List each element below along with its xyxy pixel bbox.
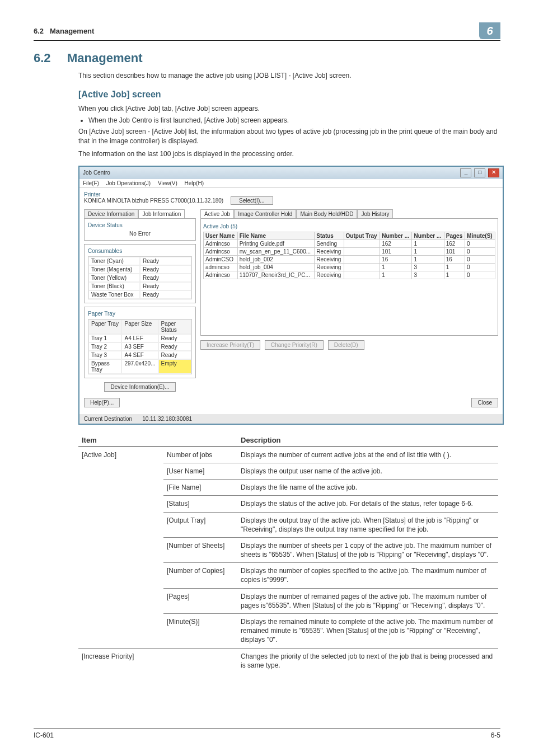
desc-sub: [Minute(S)] (163, 614, 237, 649)
job-cell (344, 271, 380, 279)
paragraph: The information on the last 100 jobs is … (78, 149, 500, 159)
desc-row: [Increase Priority]Changes the priority … (78, 648, 498, 673)
job-cell (344, 240, 380, 247)
tray-cell: A3 SEF (121, 342, 158, 351)
job-cell: 101 (444, 247, 465, 255)
minimize-icon[interactable]: _ (460, 168, 471, 177)
menu-help[interactable]: Help(H) (185, 180, 204, 186)
consumable-cell: Toner (Cyan) (88, 257, 140, 265)
close-icon[interactable]: ✕ (488, 168, 499, 177)
intro-text: This section describes how to manage the… (34, 71, 500, 81)
active-job-count: Active Job (5) (203, 223, 495, 229)
printer-label: Printer (84, 191, 498, 198)
heading-2: [Active Job] screen (34, 90, 500, 100)
menu-bar: File(F) Job Operations(J) View(V) Help(H… (79, 179, 503, 188)
job-cell: admincso (204, 263, 238, 271)
footer-right: 6-5 (491, 731, 500, 739)
desc-text: Displays the number of current active jo… (237, 447, 498, 463)
paragraph: On [Active Job] screen - [Active Job] li… (78, 127, 500, 146)
bullet: When the Job Centro is first launched, [… (88, 116, 500, 125)
consumable-cell: Ready (140, 257, 191, 265)
paper-tray-title: Paper Tray (88, 311, 192, 317)
menu-job-ops[interactable]: Job Operations(J) (106, 180, 151, 186)
tab-ic-hold[interactable]: Image Controller Hold (234, 209, 296, 218)
desc-sub: [Number of Sheets] (163, 537, 237, 562)
maximize-icon[interactable]: □ (474, 168, 485, 177)
desc-text: Displays the output tray of the active j… (237, 512, 498, 537)
desc-sub: Number of jobs (163, 447, 237, 463)
job-cell: 110707_Renoir3rd_IC_PC... (237, 271, 315, 279)
table-row[interactable]: AdmincsoPrinting Guide.pdfSending1621162… (204, 240, 495, 247)
dtable-head-item: Item (78, 434, 237, 447)
desc-sub: [Pages] (163, 588, 237, 613)
job-cell (344, 255, 380, 263)
tray-cell: 297.0x420... (121, 359, 158, 374)
status-dest-label: Current Destination (84, 416, 132, 422)
job-cell: 1 (380, 263, 412, 271)
desc-item: [Active Job] (78, 447, 163, 648)
job-cell: 3 (412, 263, 444, 271)
table-row[interactable]: Admincsonw_scan_en_pe_11_C600...Receivin… (204, 247, 495, 255)
desc-item: [Increase Priority] (78, 648, 237, 673)
job-cell: 0 (465, 247, 495, 255)
printer-line: KONICA MINOLTA bizhub PRESS C7000(10.11.… (84, 198, 223, 204)
job-cell: 1 (412, 255, 444, 263)
tray-head: Paper Size (121, 320, 158, 334)
tray-cell: Empty (158, 359, 191, 374)
table-row[interactable]: Admincso110707_Renoir3rd_IC_PC...Receivi… (204, 271, 495, 279)
device-info-button[interactable]: Device Information(E)... (104, 382, 175, 392)
tray-cell: Ready (158, 334, 191, 342)
job-cell: 1 (444, 263, 465, 271)
job-cell: Receiving (315, 263, 344, 271)
section-title: Management (50, 27, 94, 35)
job-cell: 0 (465, 255, 495, 263)
help-button[interactable]: Help(P)... (84, 398, 120, 407)
tray-head: Paper Tray (88, 320, 121, 334)
job-col: Pages (444, 232, 465, 240)
consumables-grid: Toner (Cyan)ReadyToner (Magenta)ReadyTon… (88, 256, 192, 299)
job-cell: Receiving (315, 247, 344, 255)
job-cell (344, 247, 380, 255)
table-row[interactable]: admincsohold_job_004Receiving1310 (204, 263, 495, 271)
job-cell (344, 263, 380, 271)
increase-priority-button[interactable]: Increase Priority(T) (200, 340, 260, 350)
job-cell: Sending (315, 240, 344, 247)
dtable-head-desc: Description (237, 434, 498, 447)
tray-cell: Tray 2 (88, 342, 121, 351)
tab-mainbody-hold[interactable]: Main Body Hold/HDD (296, 209, 357, 218)
job-cell: nw_scan_en_pe_11_C600... (237, 247, 315, 255)
job-cell: 162 (444, 240, 465, 247)
tab-device-info[interactable]: Device Information (84, 209, 138, 218)
desc-sub: [User Name] (163, 463, 237, 479)
paper-tray-grid: Paper TrayPaper SizePaper StatusTray 1A4… (88, 319, 192, 374)
desc-sub: [File Name] (163, 480, 237, 496)
job-cell: Admincso (204, 271, 238, 279)
tray-cell: Tray 3 (88, 351, 121, 359)
job-col: User Name (204, 232, 238, 240)
job-cell: Admincso (204, 240, 238, 247)
close-button[interactable]: Close (471, 398, 498, 407)
tab-job-info[interactable]: Job Information (138, 209, 185, 218)
delete-button[interactable]: Delete(D) (328, 340, 364, 350)
menu-view[interactable]: View(V) (158, 180, 177, 186)
tab-job-history[interactable]: Job History (357, 209, 393, 218)
table-row[interactable]: AdminCSOhold_job_002Receiving161160 (204, 255, 495, 263)
consumable-cell: Ready (140, 290, 191, 299)
embedded-screenshot: Job Centro _ □ ✕ File(F) Job Operations(… (78, 166, 504, 425)
tab-active-job[interactable]: Active Job (200, 209, 234, 218)
paragraph: When you click [Active Job] tab, [Active… (78, 104, 500, 114)
desc-row: [Active Job]Number of jobsDisplays the n… (78, 447, 498, 463)
tray-cell: Bypass Tray (88, 359, 121, 374)
device-status-title: Device Status (88, 222, 192, 228)
heading-1: 6.2Management (34, 51, 500, 65)
menu-file[interactable]: File(F) (83, 180, 99, 186)
desc-text: Displays the remained minute to complete… (237, 614, 498, 649)
job-cell: Printing Guide.pdf (237, 240, 315, 247)
desc-sub: [Output Tray] (163, 512, 237, 537)
job-cell: 1 (412, 240, 444, 247)
job-col: File Name (237, 232, 315, 240)
consumable-cell: Toner (Yellow) (88, 274, 140, 282)
select-button[interactable]: Select(I)... (231, 196, 273, 205)
job-col: Minute(S) (465, 232, 495, 240)
change-priority-button[interactable]: Change Priority(R) (265, 340, 324, 350)
